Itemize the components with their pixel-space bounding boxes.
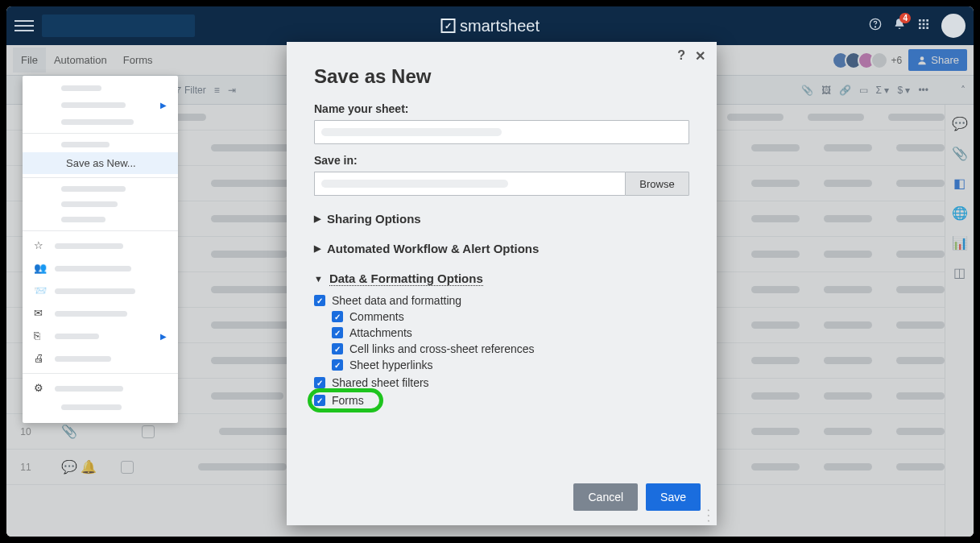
checkbox-attachments[interactable]: ✓ xyxy=(332,327,343,338)
svg-rect-3 xyxy=(923,19,925,22)
share-button[interactable]: Share xyxy=(908,49,967,71)
menu-automation[interactable]: Automation xyxy=(46,48,115,73)
caret-right-icon: ▶ xyxy=(314,243,320,254)
menu-item-save-as-new[interactable]: Save as New... xyxy=(23,152,178,174)
save-button[interactable]: Save xyxy=(646,483,701,511)
label-sheet-data: Sheet data and formatting xyxy=(332,294,461,307)
svg-rect-5 xyxy=(919,23,921,26)
link-icon[interactable]: 🔗 xyxy=(839,85,851,96)
caret-right-icon: ▶ xyxy=(314,213,320,224)
collaborator-count: +6 xyxy=(891,55,903,66)
save-in-label: Save in: xyxy=(314,154,689,167)
browse-button[interactable]: Browse xyxy=(625,172,689,196)
proof-rail-icon[interactable]: ◧ xyxy=(953,176,966,191)
chevron-right-icon: ▶ xyxy=(160,332,167,341)
activity-rail-icon[interactable]: 📊 xyxy=(952,235,968,251)
resize-grip-icon[interactable]: ⋰ xyxy=(699,507,716,524)
row-checkbox[interactable] xyxy=(121,461,134,474)
currency-icon[interactable]: $ ▾ xyxy=(897,85,910,96)
attachments-rail-icon[interactable]: 📎 xyxy=(952,146,968,161)
right-rail: 💬 📎 ◧ 🌐 📊 ◫ xyxy=(945,105,974,537)
svg-rect-10 xyxy=(926,27,928,29)
cancel-button[interactable]: Cancel xyxy=(573,483,638,511)
label-forms: Forms xyxy=(332,394,364,407)
search-input[interactable] xyxy=(42,15,195,37)
label-comments: Comments xyxy=(349,310,404,323)
image-icon[interactable]: 🖼 xyxy=(821,85,831,96)
collaborator-avatars[interactable]: +6 xyxy=(837,52,903,69)
menu-file[interactable]: File xyxy=(13,48,46,73)
attach-icon[interactable]: 📎 xyxy=(801,85,813,96)
more-icon[interactable]: ••• xyxy=(918,85,928,96)
file-dropdown-menu: ▶ Save as New... ☆ 👥 📨 ✉ ⎘▶ 🖨 ⚙ xyxy=(23,76,178,423)
checkbox-cell-links[interactable]: ✓ xyxy=(332,343,343,354)
brand-logo: ✓ smartsheet xyxy=(440,17,540,35)
publish-rail-icon[interactable]: ◫ xyxy=(953,265,966,280)
brand-name: smartsheet xyxy=(460,17,540,35)
settings-icon: ⚙ xyxy=(34,382,47,395)
menu-forms[interactable]: Forms xyxy=(115,48,161,73)
svg-rect-8 xyxy=(919,27,921,29)
logo-mark-icon: ✓ xyxy=(440,19,455,33)
person-icon xyxy=(916,55,928,66)
label-cell-links: Cell links and cross-sheet references xyxy=(349,342,535,355)
menu-icon[interactable] xyxy=(14,16,34,35)
name-sheet-label: Name your sheet: xyxy=(314,102,689,115)
save-in-input[interactable] xyxy=(314,172,625,196)
mail-open-icon: 📨 xyxy=(34,284,47,297)
svg-rect-6 xyxy=(923,23,925,26)
label-shared-filters: Shared sheet filters xyxy=(332,376,429,389)
list-icon[interactable]: ≡ xyxy=(214,85,220,96)
checkbox-comments[interactable]: ✓ xyxy=(332,311,343,322)
row-number: 11 xyxy=(14,462,37,473)
dialog-help-icon[interactable]: ? xyxy=(677,48,685,64)
print-icon: 🖨 xyxy=(34,352,47,365)
people-icon: 👥 xyxy=(34,262,47,275)
checkbox-forms[interactable]: ✓ xyxy=(314,395,325,406)
row-number: 10 xyxy=(14,426,37,437)
account-avatar[interactable] xyxy=(941,14,966,38)
save-as-new-dialog: ? ✕ Save as New Name your sheet: Save in… xyxy=(287,42,717,525)
export-icon: ⎘ xyxy=(34,330,47,342)
label-hyperlinks: Sheet hyperlinks xyxy=(349,359,433,371)
help-icon[interactable] xyxy=(869,18,882,34)
bell-icon[interactable]: 4 xyxy=(893,18,906,34)
sheet-name-input[interactable] xyxy=(314,120,689,144)
svg-rect-9 xyxy=(923,27,925,29)
notification-badge: 4 xyxy=(899,13,911,23)
dialog-close-icon[interactable]: ✕ xyxy=(695,48,705,64)
star-icon: ☆ xyxy=(34,239,47,252)
comments-rail-icon[interactable]: 💬 xyxy=(952,116,968,131)
globe-rail-icon[interactable]: 🌐 xyxy=(952,205,968,221)
checkbox-shared-filters[interactable]: ✓ xyxy=(314,377,325,388)
checkbox-hyperlinks[interactable]: ✓ xyxy=(332,359,343,371)
highlight-icon[interactable]: ▭ xyxy=(859,85,868,96)
svg-rect-7 xyxy=(926,23,928,26)
mail-icon: ✉ xyxy=(34,307,47,320)
svg-point-11 xyxy=(920,56,924,60)
row-checkbox[interactable] xyxy=(142,425,155,438)
dialog-title: Save as New xyxy=(314,65,689,88)
apps-icon[interactable] xyxy=(917,18,930,34)
sum-icon[interactable]: Σ ▾ xyxy=(876,85,890,96)
indent-icon[interactable]: ⇥ xyxy=(228,85,236,96)
svg-point-1 xyxy=(875,27,875,27)
chevron-up-icon[interactable]: ˄ xyxy=(961,85,966,96)
svg-rect-2 xyxy=(919,19,921,22)
label-attachments: Attachments xyxy=(349,326,412,339)
checkbox-sheet-data[interactable]: ✓ xyxy=(314,295,325,306)
workflow-options-toggle[interactable]: ▶ Automated Workflow & Alert Options xyxy=(314,242,689,255)
svg-rect-4 xyxy=(926,19,928,22)
data-formatting-options-toggle[interactable]: ▼ Data & Formatting Options xyxy=(314,272,689,286)
sharing-options-toggle[interactable]: ▶ Sharing Options xyxy=(314,212,689,226)
chevron-right-icon: ▶ xyxy=(160,101,167,110)
caret-down-icon: ▼ xyxy=(314,274,323,284)
topbar: ✓ smartsheet 4 xyxy=(6,6,974,45)
